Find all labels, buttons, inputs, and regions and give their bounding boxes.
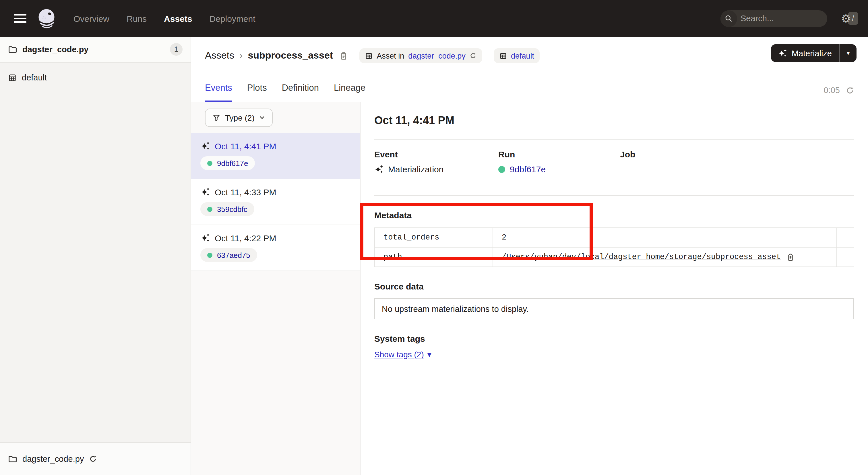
asset-group-icon bbox=[8, 73, 17, 82]
reload-code-location-icon[interactable] bbox=[89, 455, 97, 463]
dagster-app: Overview Runs Assets Deployment / ⚙ bbox=[0, 0, 868, 475]
search-input[interactable] bbox=[737, 14, 848, 23]
type-filter-label: Type (2) bbox=[225, 113, 255, 122]
breadcrumb-separator: › bbox=[239, 50, 243, 61]
nav-deployment[interactable]: Deployment bbox=[210, 13, 255, 23]
run-status-dot bbox=[207, 160, 212, 166]
breadcrumb-row: Assets › subprocess_asset bbox=[191, 37, 868, 63]
asset-count-badge: 1 bbox=[170, 43, 183, 56]
run-id-link[interactable]: 637aed75 bbox=[217, 251, 250, 259]
reload-definition-icon[interactable] bbox=[470, 52, 476, 59]
code-location-label: dagster_code.py bbox=[22, 45, 89, 54]
metadata-heading: Metadata bbox=[374, 210, 854, 220]
run-id-link[interactable]: 9dbf617e bbox=[510, 164, 546, 174]
chevron-down-icon bbox=[259, 114, 266, 121]
job-value: — bbox=[620, 164, 629, 174]
event-type-value: Materialization bbox=[388, 164, 443, 174]
events-content: Type (2) bbox=[191, 102, 868, 475]
event-row[interactable]: Oct 11, 4:41 PM 9dbf617e bbox=[191, 133, 360, 179]
nav-runs[interactable]: Runs bbox=[127, 13, 147, 23]
breadcrumb: Assets › subprocess_asset bbox=[205, 50, 348, 61]
tab-plots[interactable]: Plots bbox=[247, 83, 267, 102]
refresh-icon[interactable] bbox=[846, 86, 854, 94]
run-id-link[interactable]: 9dbf617e bbox=[217, 159, 248, 168]
repo-grid-icon bbox=[365, 52, 373, 59]
event-summary: Event Materialization bbox=[374, 140, 854, 174]
footer-code-location-label: dagster_code.py bbox=[22, 454, 84, 464]
filter-bar: Type (2) bbox=[191, 102, 360, 133]
event-column: Event Materialization bbox=[374, 149, 498, 174]
type-filter-button[interactable]: Type (2) bbox=[205, 108, 273, 127]
event-detail-panel: Oct 11, 4:41 PM Event bbox=[361, 102, 868, 475]
copy-asset-name-icon[interactable] bbox=[339, 51, 348, 60]
run-label: Run bbox=[498, 149, 620, 159]
source-data-empty-state: No upstream materializations to display. bbox=[374, 298, 854, 319]
copy-path-icon[interactable] bbox=[786, 253, 795, 261]
asset-sidebar: dagster_code.py 1 default dag bbox=[0, 37, 191, 475]
event-timestamp-link[interactable]: Oct 11, 4:22 PM bbox=[215, 233, 276, 243]
divider bbox=[374, 195, 854, 196]
tab-events[interactable]: Events bbox=[205, 83, 232, 102]
event-row[interactable]: Oct 11, 4:33 PM 359cdbfc bbox=[191, 179, 360, 225]
asset-tabs: Events Plots Definition Lineage bbox=[205, 83, 365, 102]
event-row[interactable]: Oct 11, 4:22 PM 637aed75 bbox=[191, 225, 360, 271]
run-pill[interactable]: 637aed75 bbox=[200, 248, 257, 262]
tab-lineage[interactable]: Lineage bbox=[334, 83, 365, 102]
materialize-split-button: Materialize ▾ bbox=[771, 44, 857, 62]
metadata-value-cell: 2 bbox=[493, 228, 837, 247]
caret-down-icon: ▾ bbox=[427, 350, 431, 359]
job-column: Job — bbox=[620, 149, 854, 174]
event-timestamp-link[interactable]: Oct 11, 4:33 PM bbox=[215, 187, 276, 197]
tab-definition[interactable]: Definition bbox=[282, 83, 319, 102]
metadata-empty-cell bbox=[837, 228, 854, 247]
search-icon bbox=[720, 10, 737, 27]
system-tags-heading: System tags bbox=[374, 334, 854, 344]
source-data-message: No upstream materializations to display. bbox=[382, 304, 529, 313]
run-column: Run 9dbf617e bbox=[498, 149, 620, 174]
run-pill[interactable]: 9dbf617e bbox=[200, 156, 255, 170]
event-label: Event bbox=[374, 149, 498, 159]
asset-definition-badge[interactable]: Asset in dagster_code.py bbox=[360, 48, 482, 63]
breadcrumb-assets-link[interactable]: Assets bbox=[205, 50, 234, 61]
metadata-empty-cell bbox=[837, 247, 854, 267]
show-tags-toggle[interactable]: Show tags (2) ▾ bbox=[374, 350, 431, 359]
funnel-icon bbox=[212, 113, 220, 121]
asset-in-text: Asset in bbox=[377, 51, 404, 60]
sidebar-code-location[interactable]: dagster_code.py 1 bbox=[0, 37, 191, 63]
folder-icon bbox=[8, 45, 17, 54]
app-shell: dagster_code.py 1 default dag bbox=[0, 37, 868, 475]
metadata-value-cell: /Users/yuhan/dev/local/dagster_home/stor… bbox=[493, 247, 837, 267]
top-nav: Overview Runs Assets Deployment / ⚙ bbox=[0, 0, 868, 37]
nav-overview[interactable]: Overview bbox=[73, 13, 110, 23]
nav-right: / ⚙ bbox=[720, 10, 851, 27]
menu-icon[interactable] bbox=[14, 14, 26, 23]
sidebar-footer: dagster_code.py bbox=[0, 442, 191, 475]
refresh-zone: 0:05 bbox=[824, 86, 854, 95]
group-grid-icon bbox=[499, 52, 507, 59]
materialize-label: Materialize bbox=[792, 49, 832, 58]
settings-gear-icon[interactable]: ⚙ bbox=[841, 13, 851, 24]
search-bar[interactable]: / bbox=[720, 10, 827, 27]
run-status-dot bbox=[207, 206, 212, 212]
nav-assets[interactable]: Assets bbox=[164, 13, 192, 23]
materialization-sparkle-icon bbox=[200, 233, 210, 243]
main-panel: Assets › subprocess_asset bbox=[191, 37, 868, 475]
storage-path-link[interactable]: /Users/yuhan/dev/local/dagster_home/stor… bbox=[502, 253, 781, 261]
materialization-sparkle-icon bbox=[374, 164, 383, 174]
source-data-heading: Source data bbox=[374, 281, 854, 291]
run-id-link[interactable]: 359cdbfc bbox=[217, 205, 247, 213]
group-badge[interactable]: default bbox=[494, 48, 540, 63]
run-status-dot bbox=[207, 253, 212, 258]
asset-header: Assets › subprocess_asset bbox=[191, 37, 868, 102]
job-label: Job bbox=[620, 149, 854, 159]
code-location-link[interactable]: dagster_code.py bbox=[408, 51, 466, 60]
sidebar-group-default[interactable]: default bbox=[0, 68, 191, 87]
materialization-sparkle-icon bbox=[200, 141, 210, 151]
run-pill[interactable]: 359cdbfc bbox=[200, 202, 254, 216]
materialize-dropdown-caret[interactable]: ▾ bbox=[840, 44, 857, 62]
dagster-logo[interactable] bbox=[36, 7, 57, 29]
materialize-button[interactable]: Materialize bbox=[771, 44, 839, 62]
event-detail-title: Oct 11, 4:41 PM bbox=[374, 114, 854, 127]
event-timestamp-link[interactable]: Oct 11, 4:41 PM bbox=[215, 141, 276, 151]
group-link[interactable]: default bbox=[511, 51, 534, 60]
